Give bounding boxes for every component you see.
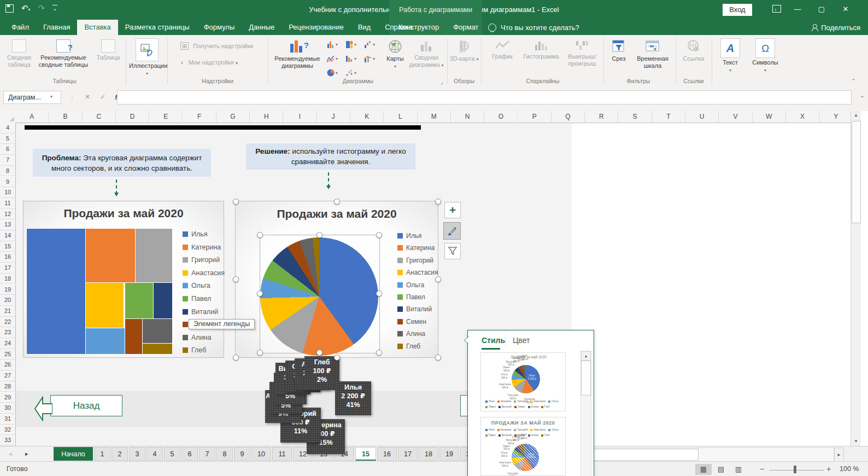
panel-scroll-up-icon[interactable]: ▲ <box>581 351 591 361</box>
row-header-27[interactable]: 27 <box>0 370 16 381</box>
scatter-chart-icon[interactable]: ▾ <box>345 69 356 77</box>
column-header-J[interactable]: J <box>317 111 350 123</box>
column-header-B[interactable]: B <box>49 111 82 123</box>
row-header-7[interactable]: 7 <box>0 155 16 166</box>
legend-item-Анастасия[interactable]: Анастасия <box>183 269 225 277</box>
sheet-tab-9[interactable]: 9 <box>234 447 250 461</box>
vertical-scrollbar[interactable]: ▲ ▼ <box>851 111 861 446</box>
sheet-tab-18[interactable]: 18 <box>419 447 438 461</box>
column-header-P[interactable]: P <box>518 111 552 123</box>
legend-item-Павел[interactable]: Павел <box>397 293 425 301</box>
row-header-25[interactable]: 25 <box>0 349 16 360</box>
normal-view-icon[interactable]: ▦ <box>695 464 712 475</box>
chart-selection-handle[interactable] <box>233 276 239 282</box>
row-header-21[interactable]: 21 <box>0 306 16 317</box>
sheet-tab-3[interactable]: 3 <box>129 447 145 461</box>
column-header-N[interactable]: N <box>451 111 484 123</box>
customize-qat-icon[interactable]: ⌄ <box>52 5 57 11</box>
enter-icon[interactable]: ✓ <box>95 93 110 101</box>
column-header-T[interactable]: T <box>652 111 685 123</box>
plot-selection-handle[interactable] <box>316 232 322 238</box>
row-header-18[interactable]: 18 <box>0 274 16 285</box>
maximize-icon[interactable]: ▢ <box>813 3 830 15</box>
legend-item-Илья[interactable]: Илья <box>397 232 421 240</box>
ribbon-tab-Формулы[interactable]: Формулы <box>197 20 242 35</box>
column-header-K[interactable]: K <box>350 111 384 123</box>
column-header-H[interactable]: H <box>250 111 283 123</box>
pie-plot[interactable] <box>260 237 378 356</box>
sheet-tab-19[interactable]: 19 <box>439 447 459 461</box>
row-header-22[interactable]: 22 <box>0 317 16 328</box>
panel-scroll-thumb[interactable] <box>581 361 591 396</box>
map-3d-button[interactable]: 3D-карта ▾ <box>449 39 479 63</box>
data-label-Илья[interactable]: Илья2 200 ₽41% <box>335 381 371 415</box>
plot-selection-handle[interactable] <box>376 350 382 356</box>
chart-selection-handle[interactable] <box>435 199 441 205</box>
legend-item-Ольга[interactable]: Ольга <box>183 282 210 289</box>
chart-selection-handle[interactable] <box>233 355 239 361</box>
plot-selection-handle[interactable] <box>257 232 263 238</box>
treemap-point-Анастасия[interactable] <box>86 283 124 328</box>
scroll-down-icon[interactable]: ▼ <box>851 437 861 446</box>
combo-chart-icon[interactable]: ▾ <box>364 55 375 63</box>
sheet-tab-7[interactable]: 7 <box>199 447 215 461</box>
close-icon[interactable]: ✕ <box>837 3 854 15</box>
pie-chart-icon[interactable]: ▾ <box>327 69 338 77</box>
row-header-32[interactable]: 32 <box>0 425 16 436</box>
get-addins-button[interactable]: ⊞ Получить надстройки <box>180 43 262 50</box>
line-chart-icon[interactable]: ▾ <box>327 55 338 63</box>
column-header-X[interactable]: X <box>786 111 819 123</box>
divider-shape[interactable] <box>25 125 421 130</box>
sign-in-button[interactable]: Вход <box>723 4 752 16</box>
sheet-tab-17[interactable]: 17 <box>398 447 418 461</box>
column-header-V[interactable]: V <box>719 111 752 123</box>
back-button[interactable]: Назад <box>50 395 122 416</box>
slicer-button[interactable]: Срез <box>607 39 631 62</box>
legend-item-Алина[interactable]: Алина <box>397 330 425 338</box>
save-icon[interactable] <box>5 4 14 13</box>
plot-selection-handle[interactable] <box>316 350 322 356</box>
sheet-tab-8[interactable]: 8 <box>216 447 233 461</box>
column-header-E[interactable]: E <box>149 111 183 123</box>
context-tab-Конструктор[interactable]: Конструктор <box>391 20 446 35</box>
charts-dialog-launcher-icon[interactable]: ⌟ <box>441 79 443 85</box>
column-header-W[interactable]: W <box>753 111 786 123</box>
redo-icon[interactable]: ↷ <box>38 3 45 13</box>
column-header-Q[interactable]: Q <box>552 111 585 123</box>
row-header-8[interactable]: 8 <box>0 166 16 177</box>
treemap-point-Виталий[interactable] <box>154 283 172 319</box>
maps-button[interactable]: Карты▾ <box>383 39 408 70</box>
data-label-Глеб[interactable]: Глеб100 ₽2% <box>304 356 339 390</box>
treemap-title[interactable]: Продажи за май 2020 <box>24 207 224 220</box>
sheet-tab-6[interactable]: 6 <box>181 447 198 461</box>
chart-selection-handle[interactable] <box>435 276 441 282</box>
pie-title[interactable]: Продажи за май 2020 <box>236 207 438 220</box>
chart-filters-button[interactable] <box>444 243 461 259</box>
name-box-dropdown-icon[interactable]: ▾ <box>47 91 56 103</box>
pivot-table-button[interactable]: Сводная таблица <box>4 39 34 68</box>
illustrations-button[interactable]: Иллюстрации ▾ <box>129 38 165 77</box>
row-header-14[interactable]: 14 <box>0 230 16 241</box>
row-header-9[interactable]: 9 <box>0 177 16 188</box>
sheet-tab-2[interactable]: 2 <box>112 447 128 461</box>
context-tab-Формат[interactable]: Формат <box>446 20 485 35</box>
sheet-tab-16[interactable]: 16 <box>377 447 397 461</box>
column-chart-icon[interactable]: ▾ <box>327 40 338 49</box>
legend-item-Анастасия[interactable]: Анастасия <box>397 269 438 276</box>
row-header-33[interactable]: 33 <box>0 435 16 446</box>
recommended-charts-button[interactable]: ? Рекомендуемые диаграммы <box>272 39 322 69</box>
row-header-17[interactable]: 17 <box>0 263 16 274</box>
page-break-view-icon[interactable]: ▥ <box>730 464 747 475</box>
share-button[interactable]: Поделиться <box>811 20 860 35</box>
row-header-13[interactable]: 13 <box>0 219 16 230</box>
zoom-in-icon[interactable]: + <box>826 465 831 473</box>
first-sheet-icon[interactable]: ◂ <box>9 446 12 461</box>
legend-item-Глеб[interactable]: Глеб <box>183 346 206 354</box>
solution-callout[interactable]: Решение: используйте гистограмму и легко… <box>246 143 415 170</box>
sparkline-column-button[interactable]: Гистограмма <box>520 39 562 60</box>
panel-scrollbar[interactable]: ▲ ▼ <box>580 351 591 476</box>
ribbon-tab-Рецензирование[interactable]: Рецензирование <box>281 20 350 35</box>
formula-input[interactable] <box>117 90 852 105</box>
link-button[interactable]: Ссылка <box>679 39 708 62</box>
cancel-icon[interactable]: ✕ <box>80 93 95 101</box>
